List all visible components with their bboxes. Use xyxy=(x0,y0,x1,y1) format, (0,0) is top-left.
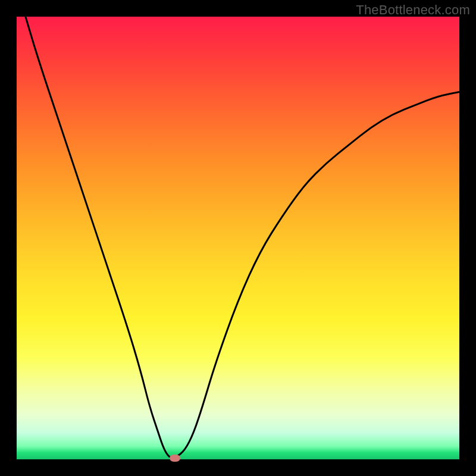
chart-frame: TheBottleneck.com xyxy=(0,0,476,476)
watermark-text: TheBottleneck.com xyxy=(356,2,470,18)
plot-area xyxy=(17,17,459,459)
curve-svg xyxy=(17,17,459,459)
min-point-marker xyxy=(170,455,180,462)
curve-line xyxy=(26,17,459,458)
